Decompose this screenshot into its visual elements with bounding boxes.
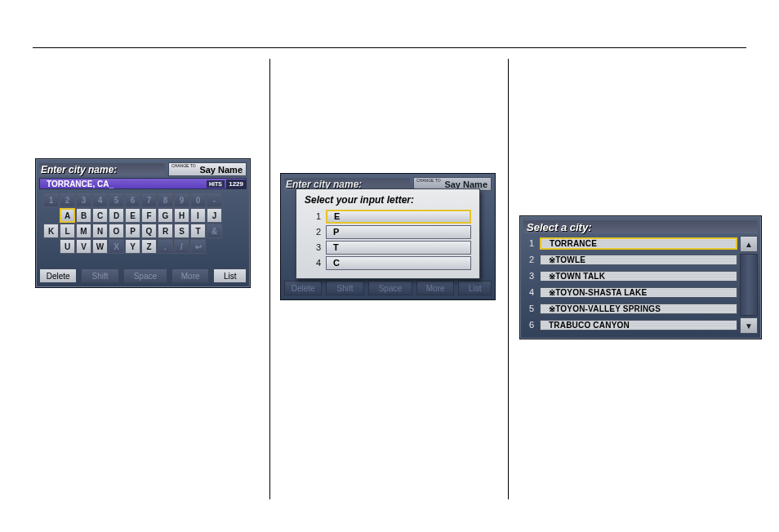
key-a[interactable]: A xyxy=(60,208,75,223)
option-cell[interactable]: C xyxy=(326,256,471,270)
key-c[interactable]: C xyxy=(92,208,108,223)
key-h[interactable]: H xyxy=(174,208,189,223)
option-cell[interactable]: P xyxy=(326,225,471,239)
page-rule xyxy=(33,47,746,48)
city-list-row[interactable]: 4※TOYON-SHASTA LAKE xyxy=(523,285,737,299)
key-o[interactable]: O xyxy=(109,224,124,238)
row-number: 5 xyxy=(523,304,540,313)
bottom-button-row: Delete Shift Space More List xyxy=(284,281,492,295)
key-7[interactable]: 7 xyxy=(141,193,157,207)
popup-option[interactable]: 1E xyxy=(305,209,471,224)
key-↩[interactable]: ↩ xyxy=(190,239,206,254)
delete-button[interactable]: Delete xyxy=(284,281,322,295)
key-1[interactable]: 1 xyxy=(43,193,59,207)
column-divider xyxy=(269,59,270,499)
city-cell[interactable]: TORRANCE xyxy=(540,237,737,250)
row-number: 2 xyxy=(523,255,540,264)
key-i[interactable]: I xyxy=(190,208,206,223)
option-number: 4 xyxy=(305,258,326,268)
key-m[interactable]: M xyxy=(76,224,91,238)
key-0[interactable]: 0 xyxy=(190,193,206,207)
option-cell[interactable]: T xyxy=(326,241,471,255)
key-x[interactable]: X xyxy=(109,239,124,254)
key-z[interactable]: Z xyxy=(141,239,157,254)
text-entry-field[interactable]: TORRANCE, CA_ HITS 1229 xyxy=(39,178,247,189)
option-number: 2 xyxy=(305,227,326,237)
option-cell[interactable]: E xyxy=(326,210,471,224)
delete-button[interactable]: Delete xyxy=(39,268,77,283)
key-4[interactable]: 4 xyxy=(92,193,108,207)
key-&[interactable]: & xyxy=(207,224,222,238)
key-q[interactable]: Q xyxy=(141,224,157,238)
key-y[interactable]: Y xyxy=(125,239,140,254)
city-list: 1 TORRANCE2※TOWLE3※TOWN TALK4※TOYON-SHAS… xyxy=(523,236,758,334)
key-l[interactable]: L xyxy=(60,224,75,238)
key-r[interactable]: R xyxy=(158,224,173,238)
say-name-label: Say Name xyxy=(444,180,487,189)
city-cell[interactable]: TRABUCO CANYON xyxy=(540,320,737,330)
city-list-row[interactable]: 5※TOYON-VALLEY SPRINGS xyxy=(523,301,737,316)
scroll-up-button[interactable]: ▲ xyxy=(740,236,758,252)
enter-city-name-screen: Enter city name: CHANGE TO Say Name TORR… xyxy=(35,158,251,288)
city-rows: 1 TORRANCE2※TOWLE3※TOWN TALK4※TOYON-SHAS… xyxy=(523,236,737,334)
option-number: 3 xyxy=(305,242,326,252)
key-u[interactable]: U xyxy=(60,239,75,254)
key-d[interactable]: D xyxy=(109,208,124,223)
city-cell[interactable]: ※TOWLE xyxy=(540,255,737,265)
screen-title: Enter city name: xyxy=(39,163,165,175)
list-button[interactable]: List xyxy=(213,268,247,283)
more-button[interactable]: More xyxy=(171,268,209,283)
city-cell[interactable]: ※TOWN TALK xyxy=(540,271,737,282)
hits-label: HITS xyxy=(207,180,225,188)
key-k[interactable]: K xyxy=(43,224,59,238)
key-8[interactable]: 8 xyxy=(158,193,173,207)
popup-option[interactable]: 3T xyxy=(305,240,471,255)
list-button[interactable]: List xyxy=(458,281,492,295)
more-button[interactable]: More xyxy=(416,281,454,295)
scroll-down-button[interactable]: ▼ xyxy=(740,317,758,334)
key-6[interactable]: 6 xyxy=(125,193,140,207)
key-v[interactable]: V xyxy=(76,239,91,254)
space-button[interactable]: Space xyxy=(368,281,412,295)
key-n[interactable]: N xyxy=(92,224,108,238)
row-number: 6 xyxy=(523,320,540,330)
shift-button[interactable]: Shift xyxy=(81,268,118,283)
city-cell[interactable]: ※TOYON-VALLEY SPRINGS xyxy=(540,304,737,314)
header-row: Enter city name: CHANGE TO Say Name xyxy=(39,162,247,176)
key-/[interactable]: / xyxy=(174,239,189,254)
key-9[interactable]: 9 xyxy=(174,193,189,207)
header-row: Select a city: xyxy=(523,219,758,233)
row-number: 1 xyxy=(523,238,540,248)
key-s[interactable]: S xyxy=(174,224,189,238)
city-cell[interactable]: ※TOYON-SHASTA LAKE xyxy=(540,287,737,298)
key-g[interactable]: G xyxy=(158,208,173,223)
key-w[interactable]: W xyxy=(92,239,108,254)
city-list-row[interactable]: 3※TOWN TALK xyxy=(523,268,737,283)
space-button[interactable]: Space xyxy=(123,268,167,283)
city-list-row[interactable]: 6 TRABUCO CANYON xyxy=(523,317,737,332)
key-b[interactable]: B xyxy=(76,208,91,223)
scroll-track[interactable] xyxy=(740,254,758,316)
key-e[interactable]: E xyxy=(125,208,140,223)
key-p[interactable]: P xyxy=(125,224,140,238)
shift-button[interactable]: Shift xyxy=(326,281,363,295)
popup-option-list: 1E2P3T4C xyxy=(305,209,471,270)
key-j[interactable]: J xyxy=(207,208,222,223)
say-name-label: Say Name xyxy=(199,165,243,175)
popup-option[interactable]: 2P xyxy=(305,224,471,239)
key-f[interactable]: F xyxy=(141,208,157,223)
key-5[interactable]: 5 xyxy=(109,193,124,207)
select-input-letter-popup: Select your input letter: 1E2P3T4C xyxy=(296,188,480,279)
city-list-row[interactable]: 1 TORRANCE xyxy=(523,236,737,250)
key--[interactable]: - xyxy=(207,193,222,207)
key-2[interactable]: 2 xyxy=(60,193,75,207)
column-divider xyxy=(508,59,509,499)
hits-box: HITS 1229 xyxy=(207,180,246,188)
city-list-row[interactable]: 2※TOWLE xyxy=(523,252,737,267)
hits-value: 1229 xyxy=(226,180,246,188)
key-.[interactable]: . xyxy=(158,239,173,254)
popup-option[interactable]: 4C xyxy=(305,255,471,270)
key-t[interactable]: T xyxy=(190,224,206,238)
key-3[interactable]: 3 xyxy=(76,193,91,207)
say-name-button[interactable]: CHANGE TO Say Name xyxy=(168,162,247,176)
